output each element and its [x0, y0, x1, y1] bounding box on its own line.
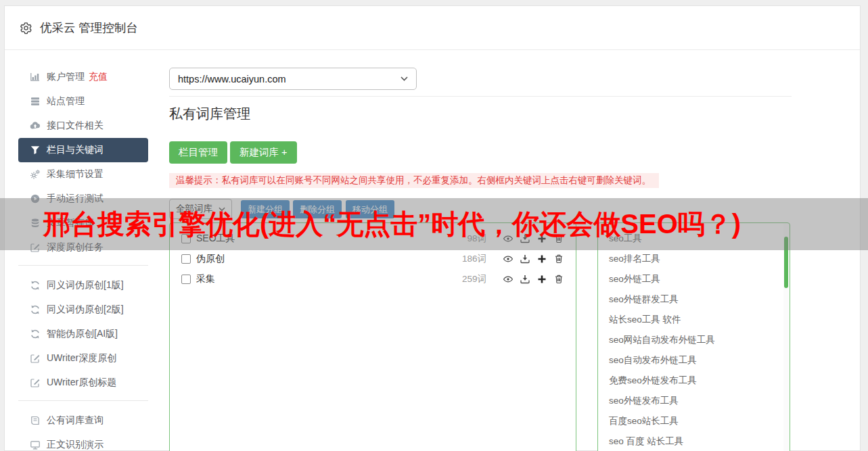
sidebar-item[interactable]: 账户管理充值: [18, 65, 148, 89]
recharge-badge[interactable]: 充值: [89, 71, 108, 83]
download-icon[interactable]: [520, 254, 530, 264]
keyword-item[interactable]: seo 百度 站长工具: [598, 431, 790, 451]
sidebar-item[interactable]: 公有词库查询: [18, 408, 148, 433]
sidebar-item-label: 采集细节设置: [47, 168, 104, 181]
site-url-value: https://www.ucaiyun.com: [178, 74, 286, 85]
group-name[interactable]: 采集: [196, 273, 215, 285]
sidebar-item[interactable]: 智能伪原创[AI版]: [18, 322, 148, 346]
gear-icon: [20, 22, 32, 34]
server-icon: [30, 96, 41, 107]
watermark-overlay: 邢台搜索引擎优化(进入“无点击”时代，你还会做SEO吗？): [0, 198, 868, 250]
sidebar-item-label: 账户管理: [47, 71, 85, 83]
app-header: 优采云 管理控制台: [5, 6, 860, 50]
sidebar-item-label: 智能伪原创[AI版]: [47, 328, 118, 340]
group-row: 伪原创186词: [170, 249, 576, 269]
sidebar-divider: [18, 400, 148, 401]
trash-icon[interactable]: [553, 274, 564, 285]
group-word-count: 259词: [462, 273, 486, 285]
keyword-item[interactable]: seo外链群发工具: [598, 289, 790, 310]
page-title: 私有词库管理: [169, 105, 250, 123]
divider: [169, 96, 792, 97]
group-row: 采集259词: [170, 269, 576, 289]
gears-icon: [30, 169, 41, 180]
sidebar-item-label: 公有词库查询: [47, 414, 104, 427]
download-icon[interactable]: [520, 274, 530, 285]
column-manage-button[interactable]: 栏目管理: [169, 141, 227, 164]
sidebar-item-label: 站点管理: [47, 95, 85, 108]
keyword-item[interactable]: 站长seo工具 软件: [598, 310, 790, 330]
keyword-item[interactable]: seo排名工具: [598, 249, 790, 269]
eye-icon[interactable]: [503, 254, 513, 264]
keyword-list: seo工具seo排名工具seo外链工具seo外链群发工具站长seo工具 软件se…: [598, 229, 790, 451]
sidebar-item-label: 正文识别演示: [47, 439, 104, 451]
keyword-item[interactable]: 百度seo站长工具: [598, 411, 790, 431]
eye-icon[interactable]: [503, 274, 513, 285]
new-thesaurus-button[interactable]: 新建词库 +: [230, 141, 297, 164]
cloud-upload-icon: [30, 120, 41, 131]
refresh-icon: [30, 304, 41, 315]
edit-icon: [30, 353, 41, 364]
plus-icon[interactable]: [536, 274, 547, 285]
book-icon: [30, 415, 41, 426]
group-word-count: 186词: [462, 253, 486, 265]
funnel-icon: [30, 145, 41, 156]
refresh-icon: [30, 329, 41, 339]
trash-icon[interactable]: [553, 254, 564, 264]
sidebar-item-label: UWriter原创标题: [47, 377, 116, 389]
sidebar-item-label: 同义词伪原创[1版]: [47, 279, 124, 291]
group-list-panel: SEO工具98词伪原创186词采集259词: [169, 222, 576, 451]
keyword-list-panel: seo工具seo排名工具seo外链工具seo外链群发工具站长seo工具 软件se…: [597, 222, 790, 451]
edit-icon: [30, 377, 41, 388]
refresh-icon: [30, 280, 41, 291]
watermark-text: 邢台搜索引擎优化(进入“无点击”时代，你还会做SEO吗？): [0, 206, 741, 243]
sidebar-item[interactable]: 同义词伪原创[1版]: [18, 273, 148, 298]
scrollbar-track[interactable]: [783, 224, 789, 451]
sidebar-item[interactable]: 栏目与关键词: [18, 138, 148, 162]
sidebar-divider: [18, 265, 148, 266]
sidebar-item-label: UWriter深度原创: [47, 352, 116, 364]
group-actions: 259词: [462, 273, 564, 285]
keyword-item[interactable]: seo外链工具: [598, 269, 790, 289]
app-title: 优采云 管理控制台: [40, 20, 138, 36]
plus-icon[interactable]: [536, 254, 547, 264]
sidebar-item[interactable]: UWriter原创标题: [18, 371, 148, 395]
sidebar-item[interactable]: UWriter深度原创: [18, 346, 148, 371]
sidebar-item[interactable]: 同义词伪原创[2版]: [18, 298, 148, 322]
group-name[interactable]: 伪原创: [196, 253, 225, 265]
tip-banner: 温馨提示：私有词库可以在同账号不同网站之间共享使用，不必重复添加。右侧框内关键词…: [169, 173, 659, 188]
chevron-down-icon: [401, 76, 408, 81]
sidebar-item-label: 栏目与关键词: [47, 144, 104, 156]
sidebar-item[interactable]: 站点管理: [18, 89, 148, 114]
bar-chart-icon: [30, 72, 41, 82]
sidebar-item[interactable]: 正文识别演示: [18, 433, 148, 451]
group-checkbox[interactable]: [181, 254, 191, 264]
keyword-item[interactable]: 免费seo外链发布工具: [598, 371, 790, 391]
sidebar-item-label: 接口文件相关: [47, 120, 104, 132]
site-url-select[interactable]: https://www.ucaiyun.com: [169, 68, 417, 90]
group-actions: 186词: [462, 253, 564, 265]
keyword-item[interactable]: seo自动发布外链工具: [598, 350, 790, 371]
group-checkbox[interactable]: [181, 275, 191, 284]
sidebar-item[interactable]: 接口文件相关: [18, 114, 148, 138]
keyword-item[interactable]: seo外链发布工具: [598, 391, 790, 411]
sidebar-item-label: 同义词伪原创[2版]: [47, 304, 124, 316]
sidebar: 账户管理充值站点管理接口文件相关栏目与关键词采集细节设置手动运行测试文章暂存库深…: [18, 65, 148, 451]
sidebar-item[interactable]: 采集细节设置: [18, 162, 148, 187]
monitor-icon: [30, 440, 41, 450]
keyword-item[interactable]: seo网站自动发布外链工具: [598, 330, 790, 350]
